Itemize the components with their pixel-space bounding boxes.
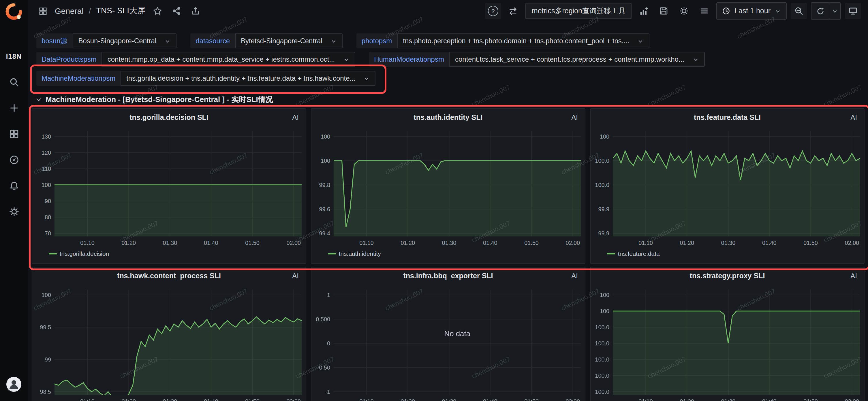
search-icon[interactable] [7, 75, 20, 88]
timeseries-chart[interactable]: 10010099.899.699.401:1001:2001:3001:4001… [311, 109, 585, 263]
variable-value-dropdown[interactable]: content.mmp.op_data + content.mmp.data_s… [102, 52, 355, 67]
svg-text:100: 100 [600, 133, 609, 140]
svg-text:01:50: 01:50 [524, 240, 539, 246]
panel-title[interactable]: tns.hawk.content_process SLI [32, 272, 306, 280]
panel-ai-badge[interactable]: AI [850, 113, 857, 122]
export-icon[interactable] [189, 4, 203, 18]
svg-text:01:30: 01:30 [442, 240, 457, 246]
star-icon[interactable] [151, 4, 164, 18]
svg-text:02:00: 02:00 [565, 398, 580, 401]
svg-text:01:50: 01:50 [803, 240, 818, 246]
timeseries-chart[interactable]: 100100.0100.099.999.901:1001:2001:3001:4… [591, 109, 864, 263]
chevron-down-icon [331, 38, 337, 44]
variable-photopsm: photopsm tns.photo.perception + tns.phot… [356, 33, 650, 48]
zoom-out-button[interactable] [791, 3, 807, 19]
save-dashboard-button[interactable] [656, 3, 672, 19]
top-navbar: General / TNS- SLI大屏 ? metrics多region查询迁… [28, 0, 868, 22]
variable-label: HumanModerationpsm [369, 52, 449, 67]
swap-arrows-button[interactable] [505, 3, 521, 19]
svg-text:99.5: 99.5 [40, 324, 51, 330]
variable-datasource: datasource Bytetsd-Singapore-Central [190, 33, 343, 48]
tv-mode-button[interactable] [845, 3, 861, 19]
dashboard-title[interactable]: TNS- SLI大屏 [96, 6, 145, 16]
panel-ai-badge[interactable]: AI [571, 113, 578, 122]
svg-text:0: 0 [327, 340, 330, 346]
variable-value-dropdown[interactable]: tns.photo.perception + tns.photo.domain … [397, 33, 649, 48]
svg-text:01:40: 01:40 [762, 398, 777, 401]
help-button[interactable]: ? [485, 3, 501, 19]
chevron-down-icon [364, 75, 370, 81]
svg-text:100: 100 [41, 182, 51, 188]
dashboard-settings-button[interactable] [676, 3, 692, 19]
dashboards-icon[interactable] [7, 127, 20, 140]
panel-title[interactable]: tns.gorilla.decision SLI [32, 113, 306, 122]
timeseries-chart[interactable]: 13012011010090807001:1001:2001:3001:4001… [32, 109, 306, 263]
panel-ai-badge[interactable]: AI [292, 113, 299, 122]
variable-value-dropdown[interactable]: content.tcs.task_service + content.tcs.p… [449, 52, 705, 67]
svg-text:110: 110 [42, 166, 51, 172]
panel-ai-badge[interactable]: AI [571, 272, 578, 280]
svg-text:02:00: 02:00 [845, 398, 859, 401]
panel-ai-badge[interactable]: AI [292, 272, 299, 280]
dashboard-content: bosun源 Bosun-Singapore-Central datasourc… [28, 22, 868, 401]
create-plus-icon[interactable] [7, 101, 20, 114]
user-avatar[interactable] [6, 377, 21, 392]
panel-title[interactable]: tns.feature.data SLI [591, 113, 864, 122]
svg-text:-0.50: -0.50 [317, 364, 330, 371]
timeseries-chart[interactable]: 100100100.0100.0100.0100.0100.001:1001:2… [591, 267, 864, 401]
metrics-migration-tool-button[interactable]: metrics多region查询迁移工具 [525, 3, 632, 19]
svg-text:01:50: 01:50 [245, 398, 259, 401]
chevron-down-icon [637, 38, 644, 44]
svg-text:100.0: 100.0 [595, 356, 609, 363]
variable-value-dropdown[interactable]: Bosun-Singapore-Central [72, 33, 177, 48]
svg-text:100: 100 [41, 292, 51, 298]
panel-tns-gorilla-decision: tns.gorilla.decision SLI AI 130120110100… [32, 108, 306, 264]
svg-text:01:40: 01:40 [204, 240, 218, 246]
breadcrumb-folder[interactable]: General [55, 6, 84, 15]
org-label: I18N [6, 53, 22, 61]
svg-text:100.0: 100.0 [595, 324, 609, 330]
variable-value-dropdown[interactable]: Bytetsd-Singapore-Central [235, 33, 343, 48]
svg-text:100.0: 100.0 [595, 389, 609, 395]
timeseries-chart[interactable]: 10099.59998.501:1001:2001:3001:4001:5002… [32, 267, 306, 401]
panel-title[interactable]: tns.auth.identity SLI [311, 113, 585, 122]
panel-ai-badge[interactable]: AI [850, 272, 857, 280]
timeseries-chart[interactable]: 10.5000-0.50-101:1001:2001:3001:4001:500… [311, 267, 585, 401]
variable-value-dropdown[interactable]: tns.gorilla.decision + tns.auth.identity… [121, 71, 376, 86]
svg-text:01:10: 01:10 [359, 240, 374, 246]
svg-text:No data: No data [444, 330, 471, 338]
time-range-picker[interactable]: Last 1 hour [717, 2, 787, 20]
variable-value-text: Bosun-Singapore-Central [78, 37, 156, 45]
svg-text:01:20: 01:20 [401, 398, 415, 401]
svg-text:02:00: 02:00 [565, 240, 580, 246]
share-icon[interactable] [169, 4, 183, 18]
svg-text:02:00: 02:00 [845, 240, 859, 246]
add-panel-button[interactable] [636, 3, 652, 19]
svg-text:130: 130 [41, 133, 51, 140]
panel-title[interactable]: tns.infra.bbq_exporter SLI [311, 272, 585, 280]
svg-text:99: 99 [45, 356, 51, 363]
panel-tns-feature-data: tns.feature.data SLI AI 100100.0100.099.… [590, 108, 865, 264]
variable-value-text: Bytetsd-Singapore-Central [241, 37, 322, 45]
grafana-logo-icon[interactable] [5, 3, 23, 20]
variable-dataproductspsm: DataProductspsm content.mmp.op_data + co… [36, 52, 355, 67]
svg-text:100: 100 [321, 158, 330, 164]
refresh-button[interactable] [811, 3, 829, 19]
variable-label: DataProductspsm [36, 52, 102, 67]
settings-gear-icon[interactable] [7, 205, 20, 218]
menu-button[interactable] [696, 3, 713, 19]
refresh-interval-dropdown[interactable] [829, 3, 840, 19]
panel-title[interactable]: tns.strategy.proxy SLI [591, 272, 864, 280]
dashboard-row-header[interactable]: MachineModeration - [Bytetsd-Singapore-C… [35, 95, 273, 105]
svg-text:99.6: 99.6 [319, 206, 330, 212]
svg-text:120: 120 [41, 149, 51, 156]
explore-compass-icon[interactable] [7, 153, 20, 166]
svg-text:01:20: 01:20 [121, 398, 136, 401]
svg-text:01:10: 01:10 [80, 240, 95, 246]
chevron-down-icon [164, 38, 171, 44]
svg-text:01:30: 01:30 [721, 240, 736, 246]
svg-text:01:50: 01:50 [245, 240, 259, 246]
variable-row-2: DataProductspsm content.mmp.op_data + co… [36, 52, 705, 67]
alerting-bell-icon[interactable] [7, 179, 20, 192]
chevron-down-icon [343, 56, 349, 63]
